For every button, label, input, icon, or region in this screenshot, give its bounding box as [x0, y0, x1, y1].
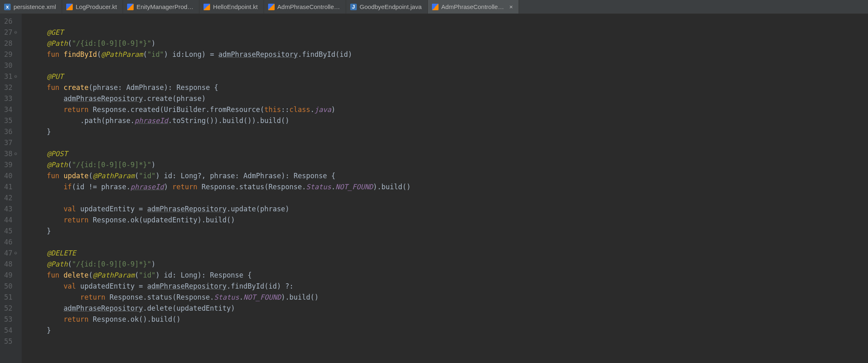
code-editor[interactable]: 26 27⊖ 28 29 30 31⊖ 32 33 34 35 36 37 38… [0, 14, 868, 363]
tab-label: EnityManagerProd… [136, 3, 193, 10]
tab-label: AdmPhraseControlle… [441, 3, 504, 10]
editor-tabbar: x persistence.xml LogProducer.kt EnityMa… [0, 0, 868, 14]
tab-entitymanagerprod[interactable]: EnityManagerProd… [123, 0, 199, 13]
line-gutter: 26 27⊖ 28 29 30 31⊖ 32 33 34 35 36 37 38… [0, 14, 22, 363]
tab-admphrasecontroller-1[interactable]: AdmPhraseControlle… [264, 0, 346, 13]
tab-admphrasecontroller-2[interactable]: AdmPhraseControlle… × [428, 0, 519, 13]
tab-persistence-xml[interactable]: x persistence.xml [0, 0, 62, 13]
xml-file-icon: x [4, 4, 11, 10]
java-file-icon: J [350, 4, 357, 10]
tab-label: GoodbyeEndpoint.java [360, 3, 422, 10]
tab-logproducer[interactable]: LogProducer.kt [62, 0, 123, 13]
close-icon[interactable]: × [509, 3, 513, 10]
tab-goodbyeendpoint[interactable]: J GoodbyeEndpoint.java [346, 0, 428, 13]
tab-label: AdmPhraseControlle… [277, 3, 340, 10]
kotlin-file-icon [66, 4, 73, 10]
tab-label: persistence.xml [13, 3, 56, 10]
tab-helloendpoint[interactable]: HelloEndpoint.kt [199, 0, 264, 13]
kotlin-file-icon [432, 4, 438, 10]
kotlin-file-icon [127, 4, 134, 10]
tab-label: LogProducer.kt [76, 3, 117, 10]
tab-label: HelloEndpoint.kt [213, 3, 257, 10]
code-area[interactable]: @GET @Path("/{id:[0-9][0-9]*}") fun find… [22, 14, 411, 363]
kotlin-file-icon [268, 4, 275, 10]
kotlin-file-icon [204, 4, 210, 10]
